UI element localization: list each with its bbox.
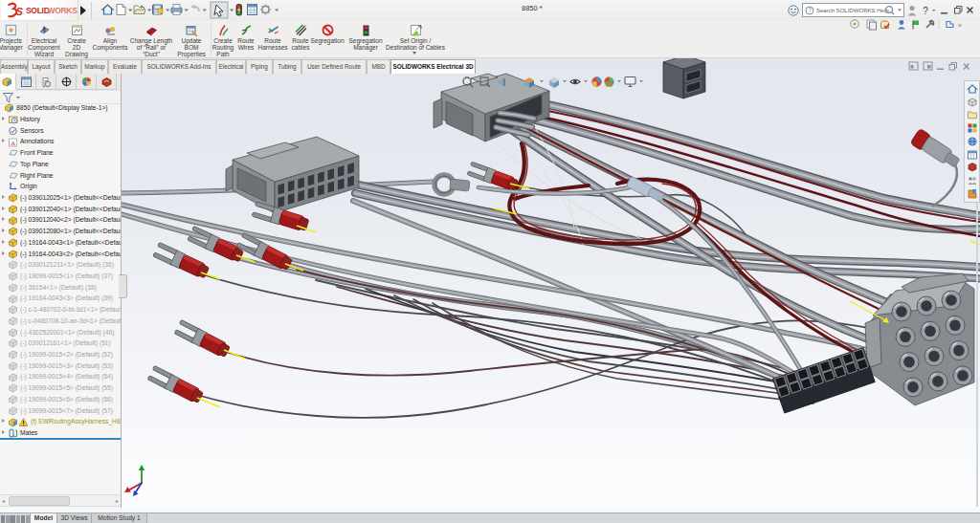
svg-text:»: »	[958, 22, 962, 29]
svg-text:WORKS: WORKS	[48, 6, 78, 15]
svg-text:SOLID: SOLID	[26, 6, 50, 15]
svg-text:?: ?	[808, 7, 812, 13]
svg-text:S: S	[16, 6, 24, 17]
svg-text:?: ?	[923, 6, 928, 16]
svg-text:A: A	[11, 139, 15, 146]
